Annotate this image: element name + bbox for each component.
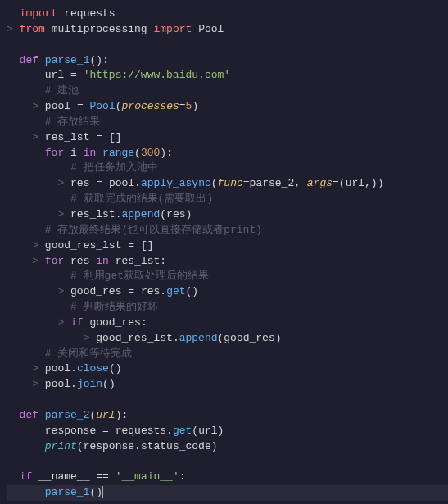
code-line: > pool = Pool(processes=5)	[7, 99, 448, 115]
code-line: def parse_1():	[7, 53, 448, 69]
code-line: > good_res = res.get()	[7, 284, 448, 300]
code-line: > for res in res_lst:	[7, 254, 448, 270]
code-line: if __name__ == '__main__':	[7, 470, 448, 485]
code-line: # 存放最终结果(也可以直接存储或者print)	[7, 223, 448, 238]
code-line: > pool.close()	[7, 361, 448, 377]
code-line: print(response.status_code)	[7, 439, 448, 455]
code-line: > good_res_lst = []	[7, 238, 448, 254]
code-line: # 关闭和等待完成	[7, 347, 448, 362]
code-block: import requests > from multiprocessing i…	[7, 7, 448, 501]
code-line: url = 'https://www.baidu.com'	[7, 68, 448, 84]
code-line: > res_lst = []	[7, 130, 448, 146]
code-line: for i in range(300):	[7, 146, 448, 161]
code-line: > if good_res:	[7, 316, 448, 331]
code-line	[7, 454, 448, 470]
code-line: > good_res_lst.append(good_res)	[7, 331, 448, 347]
code-line: > res = pool.apply_async(func=parse_2, a…	[7, 176, 448, 192]
code-line: # 判断结果的好坏	[7, 300, 448, 316]
code-line-active: parse_1()	[7, 485, 448, 501]
code-line	[7, 38, 448, 53]
code-line: import requests	[7, 7, 448, 22]
code-line: response = requests.get(url)	[7, 424, 448, 439]
code-line: # 建池	[7, 84, 448, 99]
code-line	[7, 393, 448, 408]
code-line: # 获取完成的结果(需要取出)	[7, 192, 448, 207]
code-line: > res_lst.append(res)	[7, 207, 448, 223]
code-line: > pool.join()	[7, 377, 448, 393]
code-line: def parse_2(url):	[7, 408, 448, 424]
code-line: > from multiprocessing import Pool	[7, 22, 448, 38]
code-line: # 利用get获取处理后的结果	[7, 269, 448, 284]
code-line: # 存放结果	[7, 115, 448, 130]
code-line: # 把任务加入池中	[7, 161, 448, 176]
